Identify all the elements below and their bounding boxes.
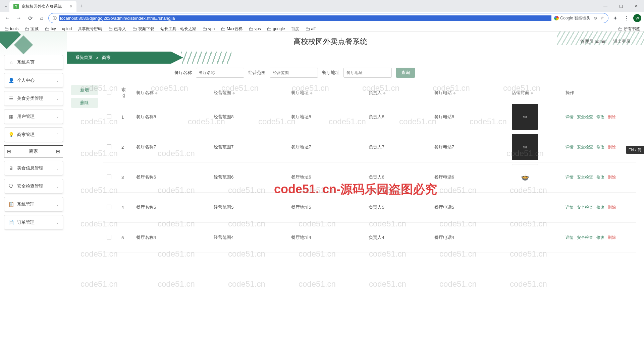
bookmark-item[interactable]: 🗀视频下载 (132, 26, 154, 32)
bookmark-item[interactable]: 🗀vps (249, 26, 261, 31)
ime-badge[interactable]: EN ♪ 简 (626, 146, 644, 154)
stripe-decoration (557, 31, 644, 45)
bookmark-item[interactable]: 🗀txy (45, 26, 56, 31)
url-box[interactable]: ⓘ localhost:8080/djangoj2k3o/admin/dist/… (48, 13, 608, 23)
delete-button[interactable]: 删除 (71, 98, 98, 108)
edit-link[interactable]: 修改 (596, 235, 604, 240)
bookmark-item[interactable]: 🗀vpn (202, 26, 215, 31)
sort-icon: ◆ (531, 91, 533, 95)
browser-tab[interactable]: Y 高校校园外卖点餐系统 × (9, 1, 76, 12)
row-checkbox[interactable] (107, 235, 111, 239)
folder-icon: 🗀 (267, 26, 271, 31)
edit-link[interactable]: 修改 (596, 175, 604, 180)
folder-icon: 🗀 (132, 26, 137, 31)
bookmark-item[interactable]: 🗀aff (305, 26, 316, 31)
google-lens-button[interactable]: Google 智能镜头 (554, 15, 590, 21)
minimize-icon[interactable]: — (598, 0, 613, 12)
cell-index: 4 (118, 192, 133, 222)
tab-dropdown-icon[interactable]: ⌄ (3, 1, 9, 11)
chevron-icon: ⌄ (56, 115, 59, 119)
search-addr-input[interactable] (343, 68, 392, 78)
check-link[interactable]: 安全检查 (577, 205, 593, 210)
sidebar-item[interactable]: 📋系统管理⌄ (4, 197, 63, 212)
close-window-icon[interactable]: ✕ (629, 0, 644, 12)
checkbox-all[interactable] (107, 90, 111, 94)
sidebar-item[interactable]: 🛡安全检查管理⌄ (4, 179, 63, 194)
close-icon[interactable]: × (70, 4, 72, 9)
cell-phone: 餐厅电话7 (431, 132, 508, 162)
cell-phone: 餐厅电话4 (431, 222, 508, 253)
check-link[interactable]: 安全检查 (577, 115, 593, 119)
row-checkbox[interactable] (107, 144, 111, 149)
bookmark-item[interactable]: uplod (62, 26, 72, 31)
breadcrumb-home[interactable]: 系统首页 (75, 55, 93, 61)
new-tab-button[interactable]: + (76, 3, 86, 9)
edit-link[interactable]: 修改 (596, 205, 604, 210)
reload-icon[interactable]: ⟳ (25, 13, 35, 23)
search-button[interactable]: 查询 (396, 68, 415, 78)
bookmark-item[interactable]: 🗀tools (4, 26, 18, 31)
table-row: 4餐厅名称5经营范围5餐厅地址5负责人5餐厅电话5详情安全检查修改删除 (103, 192, 636, 222)
bookmark-star-icon[interactable]: ☆ (600, 16, 604, 20)
col-cover[interactable]: 店铺封面◆ (508, 84, 562, 102)
detail-link[interactable]: 详情 (566, 205, 574, 210)
check-link[interactable]: 安全检查 (577, 235, 593, 240)
menu-label: 个人中心 (17, 77, 35, 83)
delete-link[interactable]: 删除 (608, 235, 616, 240)
search-scope-input[interactable] (270, 68, 318, 78)
delete-link[interactable]: 删除 (608, 175, 616, 180)
bookmark-item[interactable]: 百度 (291, 26, 299, 32)
col-name[interactable]: 餐厅名称◆ (133, 84, 210, 102)
sidebar-item[interactable]: 👤个人中心⌄ (4, 73, 63, 88)
password-icon[interactable]: ⊘ (594, 16, 597, 20)
row-checkbox[interactable] (107, 114, 111, 119)
sidebar-subitem-merchant[interactable]: 商家 (4, 145, 63, 157)
search-label-addr: 餐厅地址 (322, 70, 339, 76)
col-owner[interactable]: 负责人◆ (365, 84, 431, 102)
sidebar-item[interactable]: ☰美食分类管理⌄ (4, 91, 63, 106)
sidebar-item[interactable]: 🖥美食信息管理⌄ (4, 161, 63, 176)
row-checkbox[interactable] (107, 175, 111, 179)
col-scope[interactable]: 经营范围◆ (210, 84, 288, 102)
bookmark-item[interactable]: 共享账号密码 (78, 26, 102, 32)
bookmark-item[interactable]: 🗀Max云梯 (221, 26, 243, 32)
cell-owner: 负责人4 (365, 222, 431, 253)
detail-link[interactable]: 详情 (566, 145, 574, 149)
profile-avatar[interactable]: W (633, 14, 641, 22)
menu-dots-icon[interactable]: ⋮ (622, 13, 631, 23)
maximize-icon[interactable]: ▢ (613, 0, 629, 12)
back-icon[interactable]: ← (3, 13, 12, 23)
sidebar-item[interactable]: 💡商家管理⌃ (4, 127, 63, 142)
home-icon[interactable]: ⌂ (37, 13, 46, 23)
sidebar-item[interactable]: 📄订单管理⌄ (4, 215, 63, 230)
delete-link[interactable]: 删除 (608, 115, 616, 119)
chevron-icon: ⌄ (56, 97, 59, 100)
bookmark-item[interactable]: 🗀宝藏 (24, 26, 39, 32)
info-icon[interactable]: ⓘ (53, 15, 57, 21)
add-button[interactable]: 新增 (71, 85, 98, 95)
sidebar-item[interactable]: ▦用户管理⌄ (4, 109, 63, 124)
cell-scope: 经营范围6 (210, 162, 288, 192)
sidebar-item[interactable]: ⌂系统首页 (4, 55, 63, 70)
forward-icon[interactable]: → (14, 13, 23, 23)
cell-name: 餐厅名称5 (133, 192, 210, 222)
extensions-icon[interactable]: ✦ (610, 13, 620, 23)
search-name-input[interactable] (196, 68, 244, 78)
col-addr[interactable]: 餐厅地址◆ (288, 84, 365, 102)
check-link[interactable]: 安全检查 (577, 145, 593, 149)
bookmark-item[interactable]: 🗀google (267, 26, 285, 31)
detail-link[interactable]: 详情 (566, 235, 574, 240)
row-checkbox[interactable] (107, 205, 111, 209)
detail-link[interactable]: 详情 (566, 115, 574, 119)
delete-link[interactable]: 删除 (608, 145, 616, 149)
delete-link[interactable]: 删除 (608, 205, 616, 210)
bookmark-item[interactable]: 站长工具 - 站长之家 (160, 26, 196, 32)
folder-icon: 🗀 (221, 26, 225, 31)
detail-link[interactable]: 详情 (566, 175, 574, 180)
col-phone[interactable]: 餐厅电话◆ (431, 84, 508, 102)
edit-link[interactable]: 修改 (596, 115, 604, 119)
bookmark-item[interactable]: 🗀已导入 (108, 26, 126, 32)
all-bookmarks-button[interactable]: 🗀所有书签 (618, 26, 640, 32)
edit-link[interactable]: 修改 (596, 145, 604, 149)
check-link[interactable]: 安全检查 (577, 175, 593, 180)
